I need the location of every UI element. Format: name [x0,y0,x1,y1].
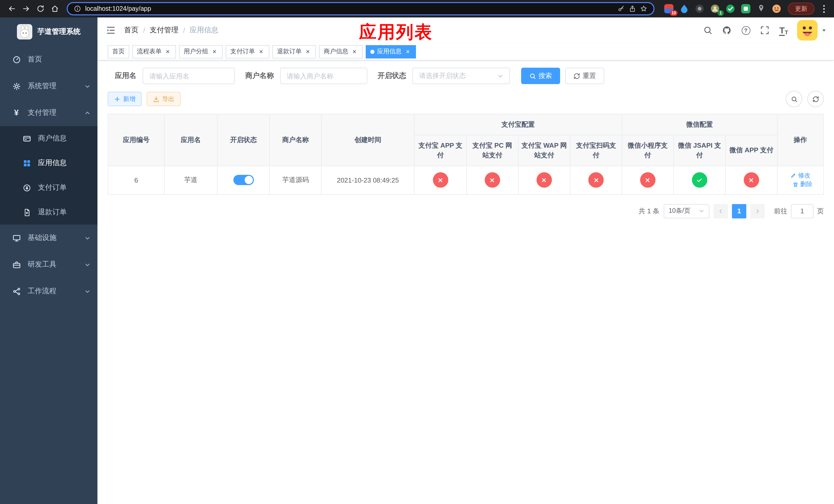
refresh-table-button[interactable] [807,91,824,107]
tab-refund-order[interactable]: 退款订单× [272,45,316,58]
edit-pen-icon [790,172,796,178]
avatar [797,20,818,41]
page-size-select[interactable]: 10条/页 [663,204,709,218]
tab-label: 应用信息 [377,47,402,56]
status-select[interactable]: 请选择开启状态 [412,68,510,84]
github-icon[interactable] [721,25,732,36]
header-search-icon[interactable] [702,25,714,36]
toggle-search-button[interactable] [786,91,802,107]
page-1-button[interactable]: 1 [732,204,746,218]
back-button[interactable] [5,2,19,15]
page-size-value: 10条/页 [668,207,690,215]
config-status-icon [744,172,759,188]
search-button[interactable]: 搜索 [521,68,560,84]
delete-link[interactable]: 删除 [792,180,812,189]
cell-status [217,166,269,194]
hamburger-icon[interactable] [97,25,124,36]
close-icon[interactable]: × [258,48,265,55]
sidebar-item-refund-order[interactable]: 退款订单 [0,200,97,225]
extension-pin-icon[interactable] [756,4,766,14]
reload-icon [37,5,45,13]
prev-page-button[interactable] [714,204,728,218]
browser-toolbar: localhost:1024/pay/app 10 [0,0,834,18]
browser-menu-icon[interactable] [819,3,829,15]
col-header-created: 创建时间 [321,114,414,166]
breadcrumb-payment[interactable]: 支付管理 [150,26,178,35]
tab-label: 用户分组 [184,47,208,56]
extension-icon-2[interactable] [679,4,689,14]
sidebar-item-label: 工作流程 [28,287,57,296]
bookmark-star-icon[interactable] [640,5,647,12]
home-button[interactable] [48,2,62,15]
sidebar-item-label: 支付管理 [28,108,57,117]
site-info-icon[interactable] [74,5,81,12]
close-icon[interactable]: × [164,48,171,55]
extension-icon-1[interactable]: 10 [664,4,674,14]
page-unit-label: 页 [817,206,824,215]
close-icon[interactable]: × [304,48,311,55]
fullscreen-icon[interactable] [759,25,770,36]
reset-button[interactable]: 重置 [565,68,604,84]
url-text[interactable]: localhost:1024/pay/app [85,5,613,12]
app-name-input[interactable] [149,72,228,80]
breadcrumb-home[interactable]: 首页 [124,26,138,35]
extension-icon-6[interactable] [741,4,751,14]
close-icon[interactable]: × [211,48,218,55]
forward-button[interactable] [20,2,33,15]
sidebar-item-home[interactable]: 首页 [0,46,97,73]
share-icon[interactable] [629,5,636,12]
close-icon[interactable]: × [404,48,411,55]
sidebar-item-system[interactable]: 系统管理 [0,73,97,99]
search-icon [791,96,797,102]
coin-yen-icon [22,183,32,192]
password-key-icon[interactable] [618,5,625,12]
tab-user-group[interactable]: 用户分组× [179,45,223,58]
browser-update-button[interactable]: 更新 [788,3,814,15]
extension-icon-5[interactable] [725,4,736,14]
font-size-icon[interactable]: T T [778,25,789,36]
sidebar-item-pay-order[interactable]: 支付订单 [0,175,97,200]
sidebar-item-devtools[interactable]: 研发工具 [0,251,97,278]
col-group-alipay: 支付宝配置 [414,114,622,135]
next-page-button[interactable] [750,204,765,218]
sidebar-item-merchant-info[interactable]: 商户信息 [0,126,97,151]
app-logo-row[interactable]: 芋道管理系统 [0,18,97,46]
add-button[interactable]: 新增 [108,92,141,106]
trash-icon [792,181,798,187]
sidebar-item-workflow[interactable]: 工作流程 [0,278,97,304]
sidebar-item-payment[interactable]: ¥ 支付管理 [0,99,97,126]
sidebar-item-app-info[interactable]: 应用信息 [0,151,97,175]
tab-pay-order[interactable]: 支付订单× [226,45,269,58]
merchant-name-input[interactable] [287,72,360,80]
extension-badge: 1 [718,10,724,16]
status-select-placeholder: 请选择开启状态 [419,71,466,81]
tab-home[interactable]: 首页× [108,45,129,58]
col-header-alipay-app: 支付宝 APP 支付 [414,135,466,166]
col-header-app-id: 应用编号 [108,114,164,166]
home-icon [51,5,59,13]
extension-icon-3[interactable] [695,4,705,14]
extension-icon-7[interactable] [771,4,782,14]
cell-app-id: 6 [108,166,164,194]
help-icon[interactable]: ? [740,25,751,36]
user-menu[interactable] [797,20,827,41]
reload-button[interactable] [34,2,47,15]
chevron-down-icon [85,289,90,294]
close-icon[interactable]: × [351,48,358,55]
arrow-right-icon [22,5,30,13]
app-logo [17,24,32,40]
tab-merchant-info[interactable]: 商户信息× [319,45,363,58]
tab-process-form[interactable]: 流程表单× [132,45,176,58]
export-button[interactable]: 导出 [147,92,180,106]
extension-icon-4[interactable]: 1 [710,4,720,14]
cell-wechat-jsapi [674,166,725,194]
tab-app-info[interactable]: 应用信息× [366,45,416,58]
address-bar[interactable]: localhost:1024/pay/app [67,2,655,15]
x-icon [489,177,496,183]
table-row: 6 芋道 芋道源码 2021-10-23 08:49:25 [108,166,824,194]
edit-link[interactable]: 修改 [790,171,810,180]
sidebar-item-infrastructure[interactable]: 基础设施 [0,225,97,251]
status-switch[interactable] [233,175,254,185]
tab-label: 首页 [112,47,125,56]
goto-page-input[interactable] [791,204,813,218]
